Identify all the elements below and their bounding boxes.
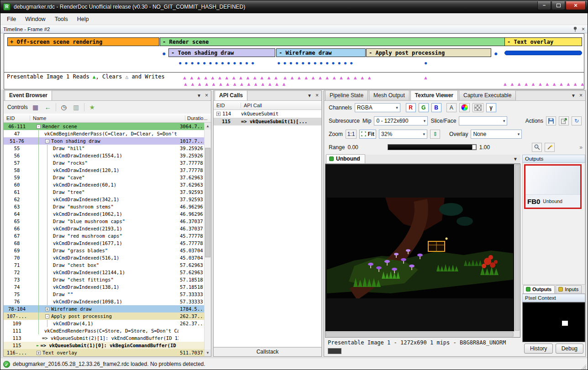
expand-collapse-icon[interactable]: + xyxy=(45,307,49,311)
texture-tab-unbound[interactable]: Unbound xyxy=(326,154,365,163)
event-row[interactable]: 111vkCmdEndRenderPass(C=Store, D=Store, … xyxy=(4,327,204,334)
tab-outputs[interactable]: Outputs xyxy=(523,285,555,293)
tab-inputs[interactable]: Inputs xyxy=(556,285,582,293)
texture-viewport[interactable] xyxy=(325,164,520,338)
event-row[interactable]: 62vkCmdDrawIndexed(342,1)37.92593 xyxy=(4,196,204,203)
panel-menu-icon[interactable]: ▼ xyxy=(571,93,576,98)
expand-collapse-icon[interactable]: + xyxy=(37,351,41,355)
tab-pipeline-state[interactable]: Pipeline State xyxy=(325,90,368,100)
event-row[interactable]: 76vkCmdDrawIndexed(1098,1)57.33333 xyxy=(4,298,204,305)
expand-collapse-icon[interactable]: - xyxy=(37,125,41,129)
menu-window[interactable]: Window xyxy=(21,14,50,24)
sliceface-select[interactable]: ▾ xyxy=(459,116,507,125)
event-row[interactable]: 47vkCmdBeginRenderPass(C=Clear, D=Clear,… xyxy=(4,130,204,137)
timeline-bar-post[interactable]: - Apply post processing xyxy=(366,48,491,57)
scroll-down-icon[interactable]: ▼ xyxy=(205,349,211,356)
tab-texture-viewer[interactable]: Texture Viewer xyxy=(410,90,458,100)
refresh-button[interactable]: ↻ xyxy=(572,116,582,125)
event-row[interactable]: 74vkCmdDrawIndexed(138,1)57.18518 xyxy=(4,283,204,291)
panel-menu-icon[interactable]: ▼ xyxy=(197,93,201,98)
menu-tools[interactable]: Tools xyxy=(50,14,73,24)
timeline-draw-dot[interactable]: ● xyxy=(424,60,430,66)
pin-icon[interactable] xyxy=(573,26,578,32)
event-row[interactable]: 51-76-Toon shading draw1017.7... xyxy=(4,137,204,145)
timeline-bar-render-scene[interactable]: - Render scene xyxy=(160,37,505,46)
channel-red-button[interactable]: R xyxy=(406,103,416,112)
timeline-draw-dots[interactable]: ●●●●●●●●●●●●● xyxy=(277,60,356,66)
overlay-select[interactable]: None▾ xyxy=(471,130,522,139)
event-row[interactable]: 58vkCmdDrawIndexed(120,1)37.77778 xyxy=(4,167,204,174)
jump-to-eid-icon[interactable]: ← xyxy=(43,103,52,112)
menu-file[interactable]: File xyxy=(2,14,21,24)
gamma-button[interactable]: γ xyxy=(486,103,496,112)
bookmark-icon[interactable]: ★ xyxy=(88,103,97,112)
colorwheel-button[interactable] xyxy=(459,103,470,112)
event-row[interactable]: 66vkCmdDrawIndexed(2193,1)46.37037 xyxy=(4,225,204,232)
expand-collapse-icon[interactable]: + xyxy=(216,112,220,116)
event-row[interactable]: 65Draw "blue mushroom caps"46.37037 xyxy=(4,218,204,225)
event-row[interactable]: 115►=> vkQueueSubmit(1)[0]: vkBeginComma… xyxy=(4,342,204,349)
debug-button[interactable]: Debug xyxy=(556,344,583,354)
texture-tab-list-icon[interactable]: ▼ xyxy=(513,156,518,162)
timeline-bar-text-overlay[interactable]: - Text overlay xyxy=(504,37,582,46)
flip-y-button[interactable]: ⇕ xyxy=(430,130,440,139)
api-call-row[interactable]: +114vkQueueSubmit xyxy=(214,110,321,118)
scroll-up-icon[interactable]: ▲ xyxy=(205,123,211,130)
mip-select[interactable]: 0 - 1272x690▾ xyxy=(374,116,428,125)
event-row[interactable]: 63Draw "mushroom stems"46.96296 xyxy=(4,203,204,210)
zoom-select[interactable]: 32%▾ xyxy=(379,130,427,139)
fit-button[interactable]: Fit xyxy=(359,130,376,139)
tab-capture-executable[interactable]: Capture Executable xyxy=(459,90,516,100)
event-row[interactable]: 56vkCmdDrawIndexed(1554,1)39.25926 xyxy=(4,152,204,159)
maximize-button[interactable] xyxy=(551,1,565,10)
range-slider-handle[interactable] xyxy=(472,145,476,150)
event-row[interactable]: 71Draw "chest box"57.62963 xyxy=(4,261,204,269)
event-row[interactable]: 70vkCmdDrawIndexed(516,1)45.03704 xyxy=(4,254,204,261)
event-row[interactable]: 69Draw "grass blades"45.03704 xyxy=(4,247,204,254)
tab-api-calls[interactable]: API Calls xyxy=(215,90,247,100)
autofit-button[interactable] xyxy=(545,143,555,152)
timeline-bar-wireframe[interactable]: - Wireframe draw xyxy=(276,48,366,57)
viewer-vscrollbar[interactable] xyxy=(514,164,520,331)
tab-event-browser[interactable]: Event Browser xyxy=(5,90,52,100)
event-row[interactable]: 60vkCmdDrawIndexed(60,1)37.62963 xyxy=(4,181,204,188)
event-browser-scrollbar[interactable]: ▲ ▼ xyxy=(204,123,211,356)
time-durations-icon[interactable]: ◷ xyxy=(59,103,68,112)
panel-close-icon[interactable]: × xyxy=(205,92,208,99)
range-slider[interactable] xyxy=(388,144,477,150)
timeline-canvas[interactable]: + Off-screen scene rendering - Render sc… xyxy=(4,33,584,89)
event-row[interactable]: 113=> vkQueueSubmit(2)[1]: vkEndCommandB… xyxy=(4,334,204,342)
history-button[interactable]: History xyxy=(524,344,553,354)
event-row[interactable]: 59Draw "cave"37.62963 xyxy=(4,174,204,181)
event-row[interactable]: 55Draw "hill"39.25926 xyxy=(4,145,204,152)
texture-image[interactable] xyxy=(327,198,513,298)
channel-blue-button[interactable]: B xyxy=(431,103,441,112)
event-row[interactable]: 75Draw ""57.33333 xyxy=(4,291,204,298)
pixel-context-view[interactable] xyxy=(522,302,585,342)
timeline-event-dot[interactable]: ● xyxy=(494,50,498,57)
panel-close-icon[interactable]: × xyxy=(315,92,319,99)
timeline-event-dot[interactable]: ● xyxy=(162,50,166,57)
zoom-1to1-button[interactable]: 1:1 xyxy=(346,130,357,139)
menu-help[interactable]: Help xyxy=(73,14,94,24)
event-row[interactable]: 67Draw "red mushroom caps"45.77778 xyxy=(4,232,204,240)
save-button[interactable] xyxy=(546,116,556,125)
event-row[interactable]: 73Draw "chest fittings"57.18518 xyxy=(4,276,204,283)
event-row[interactable]: 61Draw "tree"37.92593 xyxy=(4,188,204,196)
event-row[interactable]: 68vkCmdDrawIndexed(1677,1)45.77778 xyxy=(4,240,204,247)
close-button[interactable]: × xyxy=(566,1,586,10)
timeline-draw-dots[interactable]: ●●●●●●●●●●●●● xyxy=(178,60,257,66)
scrollbar-thumb[interactable] xyxy=(205,148,210,257)
panel-menu-icon[interactable]: ▼ xyxy=(307,93,312,98)
scrollbar-thumb[interactable] xyxy=(326,332,514,337)
zoom-range-button[interactable] xyxy=(532,143,542,152)
event-row[interactable]: 72vkCmdDrawIndexed(12144,1)57.62963 xyxy=(4,269,204,276)
toolbar-overflow-icon[interactable]: » xyxy=(579,144,583,151)
timeline-close-icon[interactable]: × xyxy=(582,26,585,32)
channel-green-button[interactable]: G xyxy=(419,103,429,112)
channel-alpha-button[interactable]: A xyxy=(446,103,457,112)
tab-mesh-output[interactable]: Mesh Output xyxy=(369,90,410,100)
expand-collapse-icon[interactable]: - xyxy=(45,314,49,318)
event-row[interactable]: 116-...+Text overlay511.7037 xyxy=(4,349,204,356)
timeline-events-capsule[interactable] xyxy=(504,51,582,55)
